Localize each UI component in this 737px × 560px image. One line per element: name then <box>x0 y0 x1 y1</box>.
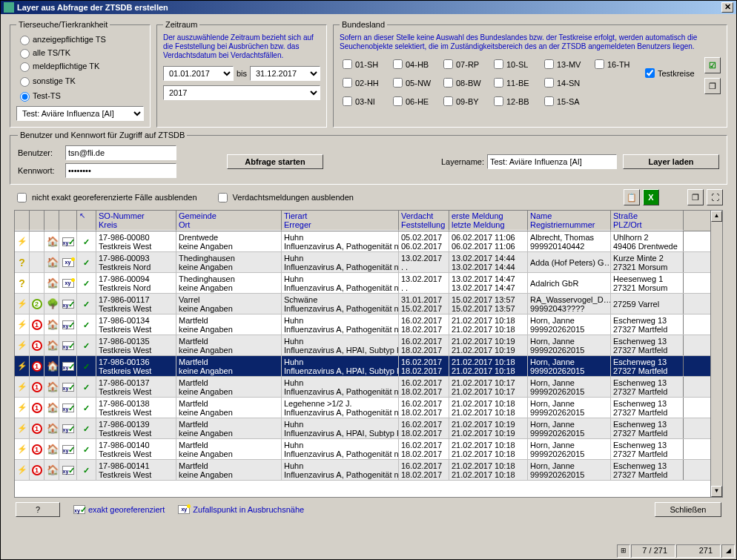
legend-ts: Tierseuche/Tierkrankheit <box>16 20 110 29</box>
check-bl-16-TH[interactable]: 16-TH <box>592 57 642 71</box>
date-to[interactable]: 31.12.2017 <box>250 66 320 81</box>
table-row[interactable]: ⚡1🏠xy✓✓17-986-00137Testkreis WestMartfel… <box>15 377 710 398</box>
xy-yellow-icon: xy <box>62 279 74 288</box>
bolt-icon: ⚡ <box>17 403 27 413</box>
house-icon: 🏠 <box>47 237 57 247</box>
btn-expand-icon[interactable]: ⛶ <box>707 189 723 205</box>
check-bl-03-NI[interactable]: 03-NI <box>340 94 390 108</box>
num1-icon: 1 <box>32 403 42 413</box>
radio-sonstige[interactable]: sonstige TK <box>16 75 120 87</box>
xy-green-icon: xy✓ <box>62 320 74 329</box>
check-bl-15-SA[interactable]: 15-SA <box>541 94 592 108</box>
scrollbar-vertical[interactable]: ▲ ▼ <box>710 211 722 497</box>
legend-bl: Bundesland <box>340 20 387 29</box>
btn-layer-laden[interactable]: Layer laden <box>623 154 719 169</box>
xy-green-icon: xy✓ <box>62 403 74 412</box>
label-layername: Layername: <box>441 157 484 166</box>
table-row[interactable]: ⚡1🏠xy✓✓17-986-00138Testkreis WestMartfel… <box>15 398 710 418</box>
table-row[interactable]: ⚡1🏠xy✓✓17-986-00139Testkreis WestMartfel… <box>15 418 710 439</box>
check-verdacht-hide[interactable]: Verdachtsmeldungen ausblenden <box>215 191 354 205</box>
radio-test-ts[interactable]: Test-TS <box>16 90 120 102</box>
xy-green-icon: xy✓ <box>62 362 74 371</box>
house-icon: 🏠 <box>47 361 57 372</box>
house-icon: 🏠 <box>47 257 57 268</box>
check-icon: ✓ <box>83 341 90 350</box>
check-bl-07-RP[interactable]: 07-RP <box>440 57 491 71</box>
date-from[interactable]: 01.01.2017 <box>163 66 234 81</box>
radio-meldepflichtige[interactable]: meldepflichtige TK <box>16 60 120 72</box>
check-bl-04-HB[interactable]: 04-HB <box>390 57 440 71</box>
check-icon: ✓ <box>83 383 90 392</box>
radio-anzeigepflichtige[interactable]: anzeigepflichtige TS <box>16 33 120 45</box>
select-tierseuche[interactable]: Test: Aviäre Influenza [AI] <box>16 106 144 121</box>
btn-help[interactable]: ? <box>16 502 60 517</box>
check-bl-12-BB[interactable]: 12-BB <box>491 94 541 108</box>
check-bl-09-BY[interactable]: 09-BY <box>440 94 491 108</box>
titlebar: Layer aus Abfrage der ZTSDB erstellen ✕ <box>1 1 736 14</box>
table-row[interactable]: ⚡1🏠xy✓✓17-986-00136Testkreis WestMartfel… <box>15 356 710 377</box>
data-grid[interactable]: ↖ SO-NummerKreis GemeindeOrt TierartErre… <box>14 210 723 498</box>
btn-window-icon[interactable]: ❐ <box>687 189 704 205</box>
input-layername[interactable] <box>487 154 617 169</box>
check-icon: ✓ <box>83 424 90 433</box>
btn-copy-icon[interactable]: 📋 <box>624 189 640 205</box>
btn-close[interactable]: Schließen <box>655 502 721 517</box>
check-bl-10-SL[interactable]: 10-SL <box>491 57 541 71</box>
check-bl-11-BE[interactable]: 11-BE <box>491 76 541 90</box>
house-icon: 🏠 <box>47 424 57 434</box>
grid-header[interactable]: ↖ SO-NummerKreis GemeindeOrt TierartErre… <box>15 211 710 231</box>
table-row[interactable]: ?🏠xy✓17-986-00094Testkreis NordThedingha… <box>15 273 710 294</box>
check-bl-01-SH[interactable]: 01-SH <box>340 57 390 71</box>
question-icon: ? <box>17 257 27 268</box>
xy-green-icon: xy✓ <box>62 237 74 246</box>
label-pass: Kennwort: <box>18 166 62 175</box>
bolt-icon: ⚡ <box>17 361 27 372</box>
check-bl-14-SN[interactable]: 14-SN <box>541 76 592 90</box>
btn-excel-icon[interactable]: X <box>643 189 659 205</box>
window-title: Layer aus Abfrage der ZTSDB erstellen <box>17 3 168 12</box>
table-row[interactable]: ⚡2🌳xy✓✓17-986-00117Testkreis WestVarrelk… <box>15 294 710 314</box>
xy-green-icon: xy✓ <box>62 300 74 309</box>
check-bl-08-BW[interactable]: 08-BW <box>440 76 491 90</box>
bolt-icon: ⚡ <box>17 382 27 392</box>
label-user: Benutzer: <box>18 148 62 157</box>
house-icon: 🏠 <box>47 278 57 289</box>
num1-icon: 1 <box>32 361 42 372</box>
close-icon[interactable]: ✕ <box>721 2 733 13</box>
status-grid-icon: ⊞ <box>617 544 630 558</box>
check-icon: ✓ <box>83 258 90 267</box>
input-pass[interactable] <box>65 163 176 178</box>
btn-abfrage-starten[interactable]: Abfrage starten <box>227 154 323 169</box>
check-bl-05-NW[interactable]: 05-NW <box>390 76 440 90</box>
check-bl-06-HE[interactable]: 06-HE <box>390 94 440 108</box>
check-bl-13-MV[interactable]: 13-MV <box>541 57 592 71</box>
legend-exakt: xy✓ exakt georeferenziert <box>73 505 165 514</box>
radio-alle-ts-tk[interactable]: alle TS/TK <box>16 47 83 59</box>
scroll-down-icon[interactable]: ▼ <box>711 486 722 497</box>
num1-icon: 1 <box>32 424 42 434</box>
house-icon: 🏠 <box>47 340 57 351</box>
xy-yellow-icon: xy <box>178 505 190 514</box>
scroll-up-icon[interactable]: ▲ <box>711 211 722 222</box>
table-row[interactable]: ⚡1🏠xy✓✓17-986-00140Testkreis WestMartfel… <box>15 439 710 460</box>
select-year[interactable]: 2017 <box>163 85 320 100</box>
num1-icon: 1 <box>32 320 42 330</box>
check-testkreise[interactable]: Testkreise <box>642 66 701 80</box>
table-row[interactable]: ⚡1🏠xy✓✓17-986-00135Testkreis WestMartfel… <box>15 335 710 356</box>
note-zeitraum: Der auszuwählende Zeitraum bezieht sich … <box>163 33 320 60</box>
status-resize-icon[interactable]: ◢ <box>721 544 735 558</box>
status-position: 7 / 271 <box>631 544 675 558</box>
btn-bl-copy[interactable]: ❐ <box>704 78 721 94</box>
check-icon: ✓ <box>83 466 90 475</box>
btn-bl-check[interactable]: ☑ <box>704 57 721 73</box>
question-icon: ? <box>17 278 27 289</box>
table-row[interactable]: ?🏠xy✓17-986-00093Testkreis NordThedingha… <box>15 252 710 273</box>
check-georef-hide[interactable]: nicht exakt georeferenzierte Fälle ausbl… <box>14 191 197 205</box>
num1-icon: 1 <box>32 444 42 455</box>
table-row[interactable]: ⚡🏠xy✓✓17-986-00080Testkreis WestDrentwed… <box>15 231 710 252</box>
table-row[interactable]: ⚡1🏠xy✓✓17-986-00134Testkreis WestMartfel… <box>15 314 710 335</box>
input-user[interactable] <box>65 145 176 160</box>
table-row[interactable]: ⚡1🏠xy✓✓17-986-00141Testkreis WestMartfel… <box>15 460 710 481</box>
check-bl-02-HH[interactable]: 02-HH <box>340 76 390 90</box>
fieldset-auth: Benutzer und Kennwort für Zugriff auf ZT… <box>10 131 727 185</box>
